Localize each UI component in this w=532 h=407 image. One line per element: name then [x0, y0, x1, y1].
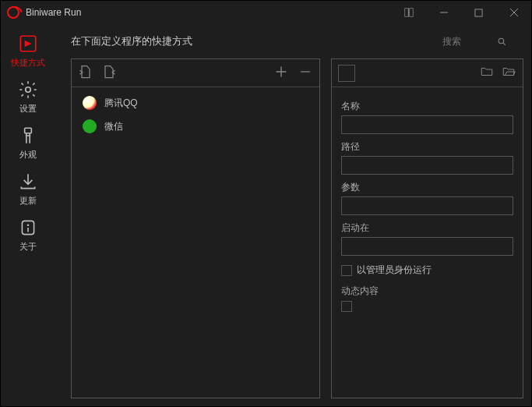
svg-point-5: [27, 225, 28, 225]
sidebar-item-label: 更新: [19, 195, 37, 207]
app-logo-icon: [7, 6, 19, 19]
titlebar: Biniware Run: [1, 1, 531, 24]
window-title: Biniware Run: [26, 7, 81, 18]
wechat-icon: [83, 119, 97, 133]
sidebar-item-settings[interactable]: 设置: [18, 80, 38, 115]
list-item[interactable]: 微信: [76, 117, 315, 136]
export-icon[interactable]: [101, 64, 117, 82]
name-input[interactable]: [341, 115, 513, 134]
folder-open-icon[interactable]: [479, 65, 495, 81]
maximize-button[interactable]: [461, 1, 496, 24]
path-input[interactable]: [341, 156, 513, 175]
dynamic-checkbox[interactable]: [341, 301, 352, 312]
shortcuts-list: 腾讯QQ 微信: [72, 87, 319, 142]
details-toolbar: [332, 59, 523, 87]
svg-rect-0: [475, 9, 482, 16]
sidebar-item-about[interactable]: 关于: [18, 218, 38, 253]
import-icon[interactable]: [78, 64, 93, 82]
sidebar-item-label: 关于: [19, 241, 37, 253]
startin-label: 启动在: [341, 221, 513, 235]
shortcuts-pane: 腾讯QQ 微信: [71, 58, 320, 398]
sidebar-item-shortcuts[interactable]: 快捷方式: [11, 34, 45, 69]
list-item-label: 微信: [104, 120, 123, 133]
book-icon[interactable]: [391, 1, 426, 24]
minimize-button[interactable]: [426, 1, 461, 24]
list-item[interactable]: 腾讯QQ: [76, 94, 315, 112]
folder-browse-icon[interactable]: [501, 65, 516, 81]
sidebar-item-appearance[interactable]: 外观: [18, 126, 38, 161]
svg-point-6: [499, 38, 504, 44]
sidebar-item-label: 设置: [19, 103, 37, 115]
add-icon[interactable]: [273, 63, 290, 83]
details-pane: 名称 路径 参数 启动在 以管理员身份运行 动态内容: [331, 58, 523, 398]
search-input[interactable]: [442, 36, 497, 47]
dynamic-label: 动态内容: [341, 285, 513, 298]
admin-label: 以管理员身份运行: [357, 264, 432, 277]
admin-checkbox[interactable]: [341, 265, 352, 276]
svg-point-2: [26, 87, 31, 93]
sidebar-item-label: 快捷方式: [11, 57, 45, 69]
sidebar-item-label: 外观: [19, 149, 37, 161]
startin-input[interactable]: [341, 237, 513, 256]
sidebar-item-update[interactable]: 更新: [18, 172, 38, 207]
name-label: 名称: [341, 100, 513, 113]
close-button[interactable]: [496, 1, 531, 24]
search-box[interactable]: [438, 33, 523, 50]
svg-rect-3: [25, 128, 32, 133]
remove-icon[interactable]: [298, 64, 313, 82]
qq-icon: [83, 96, 97, 110]
args-label: 参数: [341, 181, 513, 194]
shortcuts-toolbar: [72, 59, 319, 87]
instruction-text: 在下面定义程序的快捷方式: [71, 34, 192, 48]
sidebar: 快捷方式 设置 外观 更新 关于: [1, 24, 55, 406]
list-item-label: 腾讯QQ: [104, 97, 138, 110]
path-label: 路径: [341, 140, 513, 154]
args-input[interactable]: [341, 196, 513, 215]
app-icon-slot[interactable]: [338, 65, 355, 82]
